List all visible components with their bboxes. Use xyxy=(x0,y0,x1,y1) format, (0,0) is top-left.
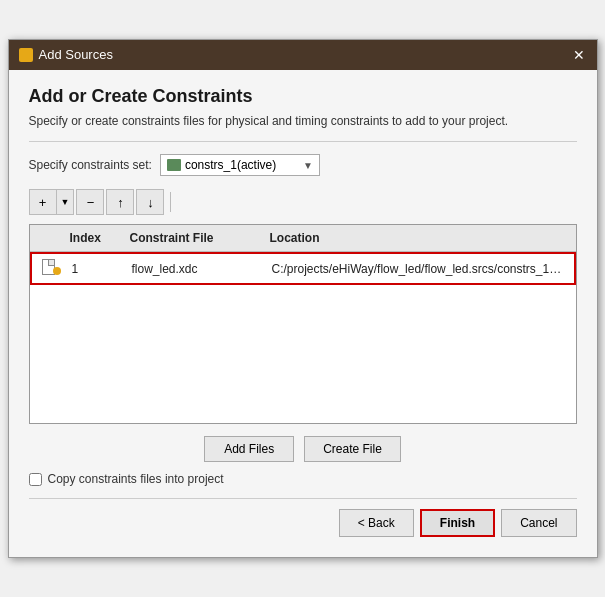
col-constraint-file: Constraint File xyxy=(126,229,266,247)
copy-checkbox-label: Copy constraints files into project xyxy=(48,472,224,486)
cell-location: C:/projects/eHiWay/flow_led/flow_led.src… xyxy=(268,260,568,278)
add-btn-container: + ▼ xyxy=(29,189,75,215)
create-file-button[interactable]: Create File xyxy=(304,436,401,462)
constraints-set-select[interactable]: constrs_1(active) ▼ xyxy=(160,154,320,176)
section-title: Add or Create Constraints xyxy=(29,86,577,107)
add-button[interactable]: + xyxy=(29,189,57,215)
file-icon xyxy=(42,259,58,275)
title-bar-left: Add Sources xyxy=(19,47,113,62)
empty-table-area xyxy=(30,285,576,415)
dialog-icon xyxy=(19,48,33,62)
set-icon xyxy=(167,159,181,171)
constraints-set-label: Specify constraints set: xyxy=(29,158,152,172)
finish-button[interactable]: Finish xyxy=(420,509,495,537)
copy-checkbox-row: Copy constraints files into project xyxy=(29,472,577,486)
table-row[interactable]: 1 flow_led.xdc C:/projects/eHiWay/flow_l… xyxy=(30,252,576,285)
footer-divider xyxy=(29,498,577,499)
section-desc: Specify or create constraints files for … xyxy=(29,113,577,130)
action-buttons-row: Add Files Create File xyxy=(29,436,577,462)
add-files-button[interactable]: Add Files xyxy=(204,436,294,462)
close-button[interactable]: ✕ xyxy=(571,48,587,62)
file-icon-badge xyxy=(53,267,61,275)
header-divider xyxy=(29,141,577,142)
section-header: Add or Create Constraints Specify or cre… xyxy=(29,86,577,130)
cell-index: 1 xyxy=(68,260,128,278)
dialog-body: Add or Create Constraints Specify or cre… xyxy=(9,70,597,558)
remove-button[interactable]: − xyxy=(76,189,104,215)
footer-buttons: < Back Finish Cancel xyxy=(29,509,577,541)
toolbar: + ▼ − ↑ ↓ xyxy=(29,186,577,218)
back-button[interactable]: < Back xyxy=(339,509,414,537)
constraints-set-value: constrs_1(active) xyxy=(185,158,276,172)
title-bar: Add Sources ✕ xyxy=(9,40,597,70)
move-up-button[interactable]: ↑ xyxy=(106,189,134,215)
constraints-table: Index Constraint File Location 1 flow_le… xyxy=(29,224,577,424)
col-location: Location xyxy=(266,229,570,247)
cancel-button[interactable]: Cancel xyxy=(501,509,576,537)
dialog-title: Add Sources xyxy=(39,47,113,62)
table-header: Index Constraint File Location xyxy=(30,225,576,252)
toolbar-separator xyxy=(170,192,171,212)
cell-icon xyxy=(38,257,68,280)
cell-constraint-file: flow_led.xdc xyxy=(128,260,268,278)
col-index: Index xyxy=(66,229,126,247)
add-sources-dialog: Add Sources ✕ Add or Create Constraints … xyxy=(8,39,598,559)
copy-checkbox[interactable] xyxy=(29,473,42,486)
col-icon xyxy=(36,229,66,247)
move-down-button[interactable]: ↓ xyxy=(136,189,164,215)
constraints-set-row: Specify constraints set: constrs_1(activ… xyxy=(29,154,577,176)
add-dropdown-button[interactable]: ▼ xyxy=(57,189,75,215)
chevron-down-icon: ▼ xyxy=(303,160,313,171)
